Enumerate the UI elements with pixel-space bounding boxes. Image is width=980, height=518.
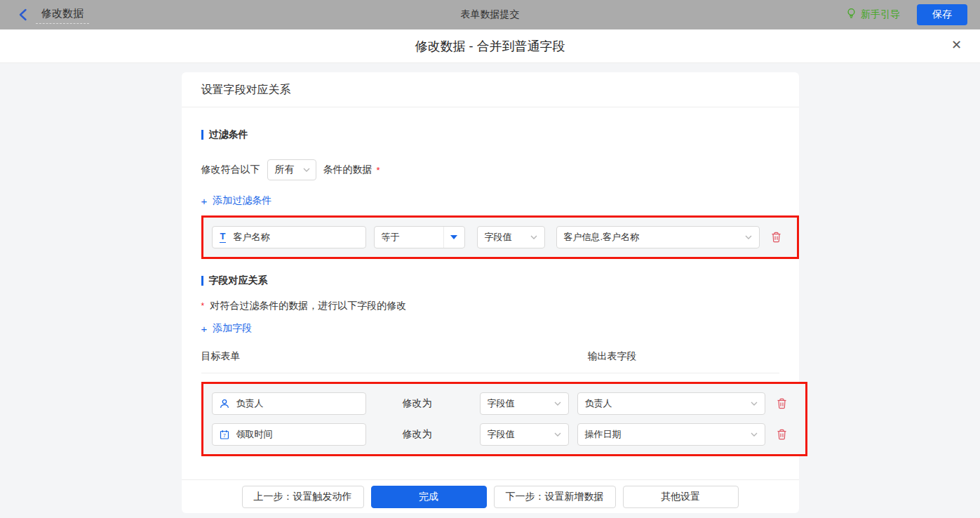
value-type-value: 字段值 xyxy=(485,231,512,244)
chevron-down-icon xyxy=(303,168,310,172)
filter-condition-row: T 客户名称 等于 字段值 xyxy=(212,226,788,248)
required-mark: * xyxy=(377,165,380,175)
annotation-box-mapping: 负责人 修改为 字段值 负责人 xyxy=(201,382,807,456)
value-type-select[interactable]: 字段值 xyxy=(480,392,569,415)
delete-condition-button[interactable] xyxy=(771,232,781,243)
action-label: 修改为 xyxy=(403,428,480,441)
annotation-box-filter: T 客户名称 等于 字段值 xyxy=(201,215,799,259)
trash-icon xyxy=(777,398,787,409)
next-step-button[interactable]: 下一步：设置新增数据 xyxy=(494,486,616,508)
mapping-section-label: 字段对应关系 xyxy=(209,274,268,287)
delete-mapping-button[interactable] xyxy=(777,429,787,440)
prev-step-button[interactable]: 上一步：设置触发动作 xyxy=(242,486,364,508)
add-filter-condition-label: 添加过滤条件 xyxy=(213,194,271,207)
output-field-value: 操作日期 xyxy=(585,428,622,441)
target-form-column-header: 目标表单 xyxy=(201,350,241,361)
target-field-value: 领取时间 xyxy=(236,428,273,441)
match-suffix-label: 条件的数据 xyxy=(323,164,372,176)
mapping-row: 负责人 修改为 字段值 负责人 xyxy=(212,392,797,415)
mapping-description-row: * 对符合过滤条件的数据，进行以下字段的修改 xyxy=(201,300,779,312)
lightbulb-icon xyxy=(846,8,857,22)
mapping-description: 对符合过滤条件的数据，进行以下字段的修改 xyxy=(210,300,406,312)
done-button[interactable]: 完成 xyxy=(371,486,487,508)
output-field-select[interactable]: 负责人 xyxy=(577,392,765,415)
save-button[interactable]: 保存 xyxy=(917,4,967,25)
chevron-down-icon xyxy=(751,401,758,406)
add-field-label: 添加字段 xyxy=(213,322,252,335)
match-mode-select[interactable]: 所有 xyxy=(267,159,316,180)
beginner-guide-link[interactable]: 新手引导 xyxy=(846,8,900,22)
modal-title: 修改数据 - 合并到普通字段 xyxy=(415,38,565,55)
filter-section-label: 过滤条件 xyxy=(209,128,248,141)
back-button[interactable]: 修改数据 xyxy=(18,0,89,29)
close-icon[interactable]: ✕ xyxy=(951,39,962,51)
user-icon xyxy=(220,399,229,409)
value-type-select[interactable]: 字段值 xyxy=(480,423,569,446)
output-field-select[interactable]: 操作日期 xyxy=(577,423,765,446)
back-chevron-icon xyxy=(18,8,27,21)
topbar: 修改数据 表单数据提交 新手引导 保存 xyxy=(0,0,980,29)
operator-dropdown-button[interactable] xyxy=(443,227,464,248)
plus-icon: + xyxy=(201,323,208,335)
filter-field-input[interactable]: T 客户名称 xyxy=(212,226,366,248)
settings-card: 设置字段对应关系 过滤条件 修改符合以下 所有 条件的数据 * + 添加过滤条件 xyxy=(182,72,799,513)
mapping-row: 7 领取时间 修改为 字段值 操作日期 xyxy=(212,423,797,446)
target-field-input[interactable]: 负责人 xyxy=(212,392,366,415)
text-field-icon: T xyxy=(220,232,227,243)
delete-mapping-button[interactable] xyxy=(777,398,787,409)
beginner-guide-label: 新手引导 xyxy=(861,8,900,21)
match-condition-row: 修改符合以下 所有 条件的数据 * xyxy=(201,159,779,180)
target-field-value: 负责人 xyxy=(236,397,264,410)
form-title: 表单数据提交 xyxy=(461,8,520,21)
chevron-down-icon xyxy=(745,235,752,239)
triangle-down-icon xyxy=(450,235,457,239)
trash-icon xyxy=(777,429,787,440)
svg-text:7: 7 xyxy=(223,433,226,438)
add-field-link[interactable]: + 添加字段 xyxy=(201,322,253,335)
trash-icon xyxy=(771,232,781,243)
card-header-title: 设置字段对应关系 xyxy=(182,72,799,107)
value-type-value: 字段值 xyxy=(488,397,515,410)
chevron-down-icon xyxy=(751,432,758,437)
match-prefix-label: 修改符合以下 xyxy=(201,164,260,176)
filter-section-title: 过滤条件 xyxy=(201,128,779,141)
section-accent-bar xyxy=(201,276,203,286)
filter-rows-panel: T 客户名称 等于 字段值 xyxy=(203,218,797,257)
filter-value: 客户信息.客户名称 xyxy=(564,231,640,244)
chevron-down-icon xyxy=(530,235,537,239)
workflow-node-title[interactable]: 修改数据 xyxy=(36,6,89,24)
required-mark: * xyxy=(201,301,205,311)
add-filter-condition-link[interactable]: + 添加过滤条件 xyxy=(201,194,272,207)
value-type-value: 字段值 xyxy=(488,428,515,441)
section-accent-bar xyxy=(201,130,203,140)
match-mode-value: 所有 xyxy=(275,164,295,176)
mapping-column-headers: 目标表单 输出表字段 xyxy=(201,350,779,373)
target-field-input[interactable]: 7 领取时间 xyxy=(212,423,366,446)
chevron-down-icon xyxy=(554,432,561,437)
mapping-rows-panel: 负责人 修改为 字段值 负责人 xyxy=(203,384,805,454)
output-field-value: 负责人 xyxy=(585,397,612,410)
calendar-icon: 7 xyxy=(220,430,229,439)
filter-field-value: 客户名称 xyxy=(233,231,269,244)
other-settings-button[interactable]: 其他设置 xyxy=(623,486,739,508)
card-content: 过滤条件 修改符合以下 所有 条件的数据 * + 添加过滤条件 T xyxy=(182,107,799,479)
modal-header: 修改数据 - 合并到普通字段 ✕ xyxy=(0,29,980,63)
filter-value-select[interactable]: 客户信息.客户名称 xyxy=(556,226,760,248)
topbar-actions: 新手引导 保存 xyxy=(846,4,967,25)
card-footer: 上一步：设置触发动作 完成 下一步：设置新增数据 其他设置 xyxy=(182,479,799,513)
operator-value: 等于 xyxy=(375,227,443,248)
value-type-select[interactable]: 字段值 xyxy=(477,226,545,248)
plus-icon: + xyxy=(201,195,208,207)
action-label: 修改为 xyxy=(403,397,480,410)
operator-select[interactable]: 等于 xyxy=(374,226,465,248)
output-field-column-header: 输出表字段 xyxy=(588,350,637,363)
mapping-section-title: 字段对应关系 xyxy=(201,274,779,287)
chevron-down-icon xyxy=(554,401,561,406)
